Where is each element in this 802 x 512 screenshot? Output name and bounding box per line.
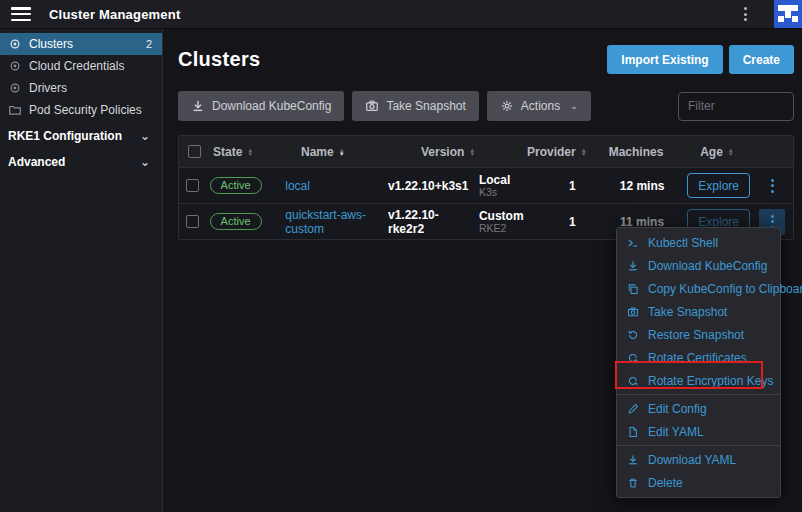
- sidebar-item-label: Drivers: [29, 81, 67, 95]
- gear-icon: [500, 99, 514, 113]
- topbar-kebab-menu[interactable]: [734, 3, 756, 25]
- app-title: Cluster Management: [49, 7, 180, 22]
- header-state[interactable]: State: [213, 145, 242, 159]
- menu-item-download-kubeconfig[interactable]: Download KubeConfig: [617, 254, 780, 277]
- top-bar: Cluster Management: [0, 0, 802, 29]
- header-name[interactable]: Name: [301, 145, 334, 159]
- sidebar-item-label: Pod Security Policies: [29, 103, 142, 117]
- sort-icon: ▲▼: [339, 148, 345, 156]
- sidebar-item-cloud-credentials[interactable]: Cloud Credentials: [0, 55, 162, 77]
- copy-icon: [627, 283, 639, 295]
- sort-icon: ▲▼: [581, 148, 587, 156]
- menu-item-edit-yaml[interactable]: Edit YAML: [617, 420, 780, 443]
- folder-icon: [8, 103, 22, 117]
- user-avatar[interactable]: [774, 0, 802, 28]
- header-age[interactable]: Age: [700, 145, 723, 159]
- machines-count: 1: [569, 179, 576, 193]
- cluster-version: v1.22.10-rke2r2: [388, 208, 471, 236]
- explore-button[interactable]: Explore: [687, 173, 750, 198]
- clusters-count-badge: 2: [146, 38, 152, 50]
- table-row-local: Active local v1.22.10+k3s1 Local K3s 1 1…: [179, 167, 793, 203]
- select-all-checkbox[interactable]: [188, 145, 201, 158]
- menu-item-delete[interactable]: Delete: [617, 471, 780, 494]
- trash-icon: [627, 477, 639, 489]
- cluster-name-link[interactable]: quickstart-aws-custom: [285, 208, 380, 236]
- menu-item-copy-kubeconfig[interactable]: Copy KubeConfig to Clipboard: [617, 277, 780, 300]
- sidebar-item-clusters[interactable]: Clusters 2: [0, 33, 162, 55]
- header-machines: Machines: [609, 145, 664, 159]
- menu-item-rotate-encryption-keys[interactable]: Rotate Encryption Keys: [617, 369, 780, 392]
- sort-icon: ▲▼: [469, 148, 475, 156]
- import-existing-button[interactable]: Import Existing: [607, 45, 722, 74]
- row-checkbox[interactable]: [186, 215, 199, 228]
- sort-icon: ▲▼: [247, 148, 253, 156]
- sidebar-group-label: Advanced: [8, 155, 65, 169]
- cluster-actions-context-menu: Kubectl Shell Download KubeConfig Copy K…: [616, 227, 781, 498]
- actions-dropdown-button[interactable]: Actions ⌄: [487, 91, 591, 121]
- pencil-icon: [627, 403, 639, 415]
- download-icon: [627, 260, 639, 272]
- provider-name: Local: [479, 174, 510, 186]
- sort-icon: ▲▼: [728, 148, 734, 156]
- camera-icon: [627, 306, 639, 318]
- menu-item-download-yaml[interactable]: Download YAML: [617, 448, 780, 471]
- status-badge: Active: [210, 177, 262, 194]
- sidebar-group-rke1-configuration[interactable]: RKE1 Configuration ⌄: [0, 124, 162, 147]
- menu-divider: [617, 394, 780, 395]
- cluster-version: v1.22.10+k3s1: [388, 179, 468, 193]
- hamburger-menu-icon[interactable]: [11, 7, 31, 21]
- header-version[interactable]: Version: [421, 145, 464, 159]
- row-kebab-menu[interactable]: [759, 173, 785, 199]
- provider-distro: K3s: [479, 186, 510, 198]
- provider-distro: RKE2: [479, 222, 524, 234]
- menu-divider: [617, 445, 780, 446]
- rotate-icon: [627, 352, 639, 364]
- machines-count: 1: [569, 215, 576, 229]
- header-provider[interactable]: Provider: [527, 145, 576, 159]
- take-snapshot-button[interactable]: Take Snapshot: [352, 91, 478, 121]
- chevron-down-icon: ⌄: [140, 155, 150, 169]
- menu-item-kubectl-shell[interactable]: Kubectl Shell: [617, 231, 780, 254]
- sidebar-item-pod-security-policies[interactable]: Pod Security Policies: [0, 99, 162, 121]
- status-badge: Active: [210, 213, 262, 230]
- chevron-down-icon: ⌄: [570, 101, 578, 111]
- page-title: Clusters: [178, 48, 260, 71]
- provider-name: Custom: [479, 210, 524, 222]
- row-checkbox[interactable]: [186, 179, 199, 192]
- kubectl-shell-icon: [627, 237, 639, 249]
- camera-icon: [365, 99, 379, 113]
- cluster-name-link[interactable]: local: [285, 179, 310, 193]
- sidebar-item-drivers[interactable]: Drivers: [0, 77, 162, 99]
- drivers-icon: [8, 81, 22, 95]
- cluster-age: 12 mins: [620, 179, 665, 193]
- file-icon: [627, 426, 639, 438]
- table-header-row: State▲▼ Name▲▼ Version▲▼ Provider▲▼ Mach…: [179, 136, 793, 167]
- filter-input[interactable]: [678, 92, 794, 121]
- menu-item-take-snapshot[interactable]: Take Snapshot: [617, 300, 780, 323]
- download-icon: [627, 454, 639, 466]
- sidebar-group-advanced[interactable]: Advanced ⌄: [0, 150, 162, 173]
- restore-icon: [627, 329, 639, 341]
- cloud-credentials-icon: [8, 59, 22, 73]
- sidebar-item-label: Clusters: [29, 37, 73, 51]
- chevron-down-icon: ⌄: [140, 129, 150, 143]
- rotate-icon: [627, 375, 639, 387]
- sidebar-group-label: RKE1 Configuration: [8, 129, 122, 143]
- sidebar: Clusters 2 Cloud Credentials Drivers Pod…: [0, 29, 163, 512]
- clusters-table: State▲▼ Name▲▼ Version▲▼ Provider▲▼ Mach…: [178, 135, 794, 240]
- download-icon: [191, 99, 205, 113]
- sidebar-item-label: Cloud Credentials: [29, 59, 124, 73]
- menu-item-rotate-certificates[interactable]: Rotate Certificates: [617, 346, 780, 369]
- download-kubeconfig-button[interactable]: Download KubeConfig: [178, 91, 344, 121]
- clusters-icon: [8, 37, 22, 51]
- menu-item-restore-snapshot[interactable]: Restore Snapshot: [617, 323, 780, 346]
- create-button[interactable]: Create: [729, 45, 794, 74]
- menu-item-edit-config[interactable]: Edit Config: [617, 397, 780, 420]
